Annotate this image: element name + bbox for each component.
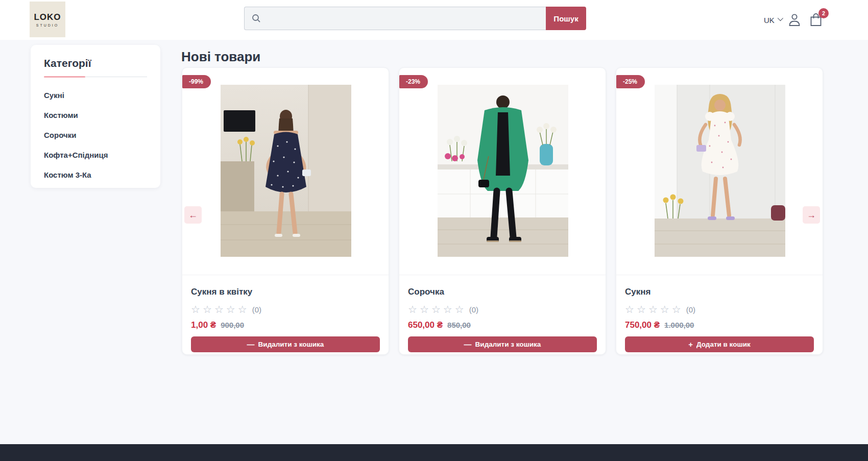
sidebar-item-kostium-3ka[interactable]: Костюм 3-Ка [44,171,91,179]
list-item: Костюм 3-Ка [44,171,147,180]
categories-panel: Категорії Сукні Костюми Сорочки Кофта+Сп… [31,45,160,188]
sidebar-item-sorochky[interactable]: Сорочки [44,131,76,139]
carousel-next-button[interactable]: → [803,206,820,224]
product-title[interactable]: Сорочка [408,287,597,297]
sidebar-item-kostiumy[interactable]: Костюми [44,111,78,119]
rating: ☆ ☆ ☆ ☆ ☆ (0) [191,303,380,316]
discount-badge: -25% [616,75,645,88]
star-icon[interactable]: ☆ [637,303,646,316]
minus-icon: — [247,340,255,349]
user-icon [788,13,801,27]
rating-count: (0) [469,305,478,314]
remove-from-cart-button[interactable]: — Видалити з кошика [408,336,597,352]
star-icon[interactable]: ☆ [238,303,247,316]
star-icon[interactable]: ☆ [672,303,681,316]
old-price: 1.000,00 [664,321,694,329]
title-underline [44,76,147,78]
product-title[interactable]: Сукня [625,287,814,297]
current-price: 650,00 ₴ [408,320,443,330]
product-title[interactable]: Сукня в квітку [191,287,380,297]
search-icon [251,13,261,23]
search-input[interactable] [267,14,546,23]
list-item: Костюми [44,111,147,120]
star-icon[interactable]: ☆ [455,303,464,316]
product-info: Сукня в квітку ☆ ☆ ☆ ☆ ☆ (0) 1,00 ₴ 900,… [182,275,389,354]
rating-count: (0) [686,305,695,314]
list-item: Сорочки [44,131,147,140]
search-box[interactable] [244,7,546,30]
sidebar-item-kofta-spidnytsia[interactable]: Кофта+Спідниця [44,151,108,159]
product-image[interactable] [221,85,351,257]
footer [0,444,868,461]
header: LOKO STUDIO Пошук UK 2 [0,0,868,40]
product-card: -25% [616,67,823,355]
button-label: Видалити з кошика [475,341,541,348]
star-icon[interactable]: ☆ [443,303,452,316]
category-list: Сукні Костюми Сорочки Кофта+Спідниця Кос… [44,91,147,180]
button-label: Додати в кошик [696,341,751,348]
rating: ☆ ☆ ☆ ☆ ☆ (0) [625,303,814,316]
logo-text: LOKO [34,12,61,22]
star-icon[interactable]: ☆ [420,303,429,316]
old-price: 850,00 [447,321,471,329]
price-row: 1,00 ₴ 900,00 [191,320,380,330]
add-to-cart-button[interactable]: + Додати в кошик [625,336,814,352]
star-icon[interactable]: ☆ [226,303,235,316]
chevron-down-icon [778,15,783,21]
arrow-right-icon: → [807,210,816,221]
list-item: Кофта+Спідниця [44,151,147,160]
rating: ☆ ☆ ☆ ☆ ☆ (0) [408,303,597,316]
carousel-prev-button[interactable]: ← [184,206,202,224]
discount-badge: -99% [182,75,211,88]
product-info: Сукня ☆ ☆ ☆ ☆ ☆ (0) 750,00 ₴ 1.000,00 + … [616,275,823,354]
language-selector[interactable]: UK [764,0,782,40]
remove-from-cart-button[interactable]: — Видалити з кошика [191,336,380,352]
star-icon[interactable]: ☆ [191,303,200,316]
star-icon[interactable]: ☆ [648,303,658,316]
search-button[interactable]: Пошук [546,7,586,30]
product-image[interactable] [655,85,785,257]
price-row: 750,00 ₴ 1.000,00 [625,320,814,330]
old-price: 900,00 [221,321,244,329]
page-title: Нові товари [181,49,260,65]
discount-badge: -23% [399,75,428,88]
account-button[interactable] [788,13,801,27]
star-icon[interactable]: ☆ [660,303,669,316]
logo[interactable]: LOKO STUDIO [30,2,65,37]
rating-count: (0) [252,305,261,314]
button-label: Видалити з кошика [258,341,324,348]
arrow-left-icon: ← [188,210,198,221]
product-info: Сорочка ☆ ☆ ☆ ☆ ☆ (0) 650,00 ₴ 850,00 — … [399,275,606,354]
star-icon[interactable]: ☆ [203,303,212,316]
star-icon[interactable]: ☆ [214,303,224,316]
categories-title: Категорії [44,57,147,69]
sidebar-item-sukni[interactable]: Сукні [44,91,64,100]
plus-icon: + [688,340,693,349]
star-icon[interactable]: ☆ [431,303,441,316]
language-label: UK [764,16,775,25]
product-card: -99% [182,67,389,355]
product-image[interactable] [438,85,568,257]
star-icon[interactable]: ☆ [625,303,634,316]
logo-subtext: STUDIO [36,23,59,27]
current-price: 750,00 ₴ [625,320,660,330]
minus-icon: — [464,340,472,349]
star-icon[interactable]: ☆ [408,303,417,316]
cart-button[interactable]: 2 [809,13,824,28]
list-item: Сукні [44,91,147,100]
search-bar: Пошук [244,7,586,30]
cart-count-badge: 2 [818,8,829,18]
price-row: 650,00 ₴ 850,00 [408,320,597,330]
current-price: 1,00 ₴ [191,320,216,330]
product-card: -23% [399,67,606,355]
